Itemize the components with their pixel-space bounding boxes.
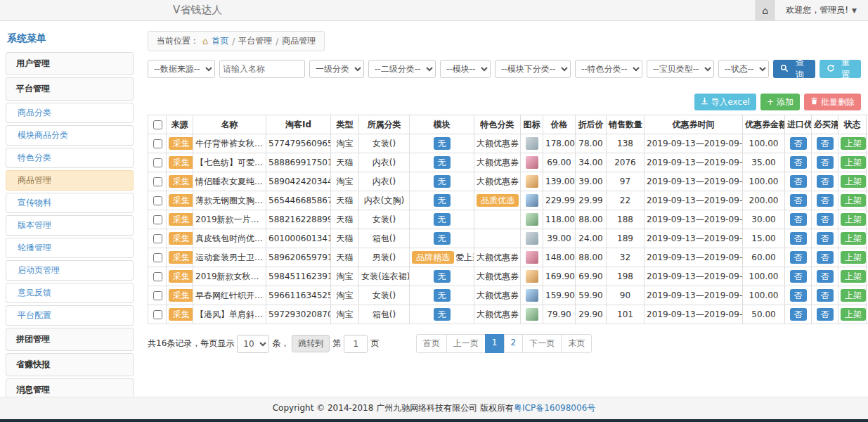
row-checkbox[interactable] (153, 158, 162, 167)
pagination-next[interactable]: 下一页 (522, 334, 562, 353)
row-checkbox[interactable] (153, 291, 162, 300)
reset-button[interactable]: 重置 (820, 60, 862, 78)
product-thumbnail (526, 251, 538, 264)
sidebar-subitem-9[interactable]: 意见反馈 (6, 283, 134, 303)
must-buy-badge[interactable]: 否 (817, 308, 834, 321)
row-checkbox[interactable] (153, 196, 162, 205)
row-checkbox[interactable] (153, 310, 162, 319)
row-checkbox[interactable] (153, 177, 162, 186)
jump-button[interactable]: 跳转到 (292, 335, 330, 352)
pagination-first[interactable]: 首页 (416, 334, 447, 353)
import-select-badge[interactable]: 否 (790, 194, 807, 207)
import-select-badge[interactable]: 否 (790, 251, 807, 264)
search-button-label: 查询 (791, 57, 808, 81)
row-checkbox[interactable] (153, 253, 162, 262)
filter-select-3[interactable]: --二级分类-- (368, 60, 436, 78)
filter-select-7[interactable]: --宝贝类型-- (647, 60, 714, 78)
must-buy-badge[interactable]: 否 (817, 289, 834, 302)
status-badge[interactable]: 上架 (841, 137, 866, 150)
must-buy-badge[interactable]: 否 (817, 251, 834, 264)
import-select-badge[interactable]: 否 (790, 137, 807, 150)
import-select-badge[interactable]: 否 (790, 289, 807, 302)
must-buy-badge[interactable]: 否 (817, 175, 834, 188)
import-select-badge[interactable]: 否 (790, 213, 807, 226)
cell-taoke-id: 589042420344 (266, 172, 331, 191)
sidebar-item-platform-management[interactable]: 平台管理 (6, 77, 134, 101)
row-checkbox[interactable] (153, 234, 162, 243)
cell-source: 采集 (167, 191, 193, 210)
import-select-badge[interactable]: 否 (790, 308, 807, 321)
batch-delete-button[interactable]: 批量删除 (804, 94, 861, 110)
icp-link[interactable]: 粤ICP备16098006号 (514, 402, 595, 414)
must-buy-badge[interactable]: 否 (817, 137, 834, 150)
cell-status: 上架 (838, 305, 867, 324)
cell-import-select: 否 (785, 172, 812, 191)
records-after-select: 条， (272, 338, 289, 350)
sidebar-subitem-1[interactable]: 商品分类 (6, 103, 134, 123)
home-button[interactable]: ⌂ (756, 0, 775, 20)
status-badge[interactable]: 上架 (841, 289, 866, 302)
import-excel-button[interactable]: 导入excel (694, 94, 756, 110)
must-buy-badge[interactable]: 否 (817, 194, 834, 207)
status-badge[interactable]: 上架 (841, 232, 866, 245)
import-select-badge[interactable]: 否 (790, 156, 807, 169)
cell-sales-count: 32 (607, 248, 644, 267)
module-label: 爱上运动 (455, 252, 474, 262)
sidebar-subitem-7[interactable]: 轮播管理 (6, 238, 134, 258)
cell-taoke-id: 577479560965 (266, 134, 331, 153)
sidebar-item-user-management[interactable]: 用户管理 (6, 52, 134, 75)
sidebar-subitem-4[interactable]: 商品管理 (6, 170, 134, 191)
name-search-input[interactable] (219, 60, 305, 78)
sidebar-subitem-5[interactable]: 宣传物料 (6, 193, 134, 213)
status-badge[interactable]: 上架 (841, 308, 866, 321)
sidebar-subitem-3[interactable]: 特色分类 (6, 148, 134, 168)
must-buy-badge[interactable]: 否 (817, 232, 834, 245)
cell-modules: 无 (410, 229, 474, 248)
status-badge[interactable]: 上架 (841, 175, 866, 188)
user-menu[interactable]: 欢迎您，管理员! ▼ (775, 0, 868, 20)
filter-select-1[interactable]: --数据来源-- (148, 60, 215, 78)
search-button[interactable]: 查询 (773, 60, 815, 78)
must-buy-badge[interactable]: 否 (817, 213, 834, 226)
sidebar-subitem-2[interactable]: 模块商品分类 (6, 125, 134, 146)
sidebar-subitem-6[interactable]: 版本管理 (6, 215, 134, 236)
sidebar-item-bottom-2[interactable]: 省赚快报 (6, 353, 134, 376)
filter-select-4[interactable]: --模块-- (440, 60, 491, 78)
import-select-badge[interactable]: 否 (790, 270, 807, 283)
pagination-last[interactable]: 末页 (561, 334, 592, 353)
status-badge[interactable]: 上架 (841, 251, 866, 264)
row-checkbox[interactable] (153, 215, 162, 224)
cell-source: 采集 (167, 305, 193, 324)
select-all-checkbox[interactable] (153, 120, 162, 129)
must-buy-badge[interactable]: 否 (817, 156, 834, 169)
must-buy-badge[interactable]: 否 (817, 270, 834, 283)
import-select-badge[interactable]: 否 (790, 175, 807, 188)
page-number-input[interactable] (344, 335, 368, 353)
table-body: 采集牛仔背带裤女秋装减龄...577479560965淘宝女装()无大额优惠券1… (148, 134, 868, 324)
status-badge[interactable]: 上架 (841, 213, 866, 226)
import-select-badge[interactable]: 否 (790, 232, 807, 245)
row-checkbox[interactable] (153, 139, 162, 148)
status-badge[interactable]: 上架 (841, 156, 866, 169)
filter-select-6[interactable]: --特色分类-- (575, 60, 642, 78)
filter-select-8[interactable]: --状态-- (718, 60, 769, 78)
cell-feature-category: 大额优惠券 (474, 305, 521, 324)
sidebar-subitem-8[interactable]: 启动页管理 (6, 260, 134, 281)
pagination-page-1[interactable]: 1 (485, 334, 505, 353)
status-badge[interactable]: 上架 (841, 194, 866, 207)
per-page-select[interactable]: 10 (237, 335, 269, 353)
cell-coupon-amount: 30.00 (743, 210, 785, 229)
row-checkbox[interactable] (153, 272, 162, 281)
status-badge[interactable]: 上架 (841, 270, 866, 283)
cell-sales-count: 189 (607, 229, 644, 248)
breadcrumb-home-link[interactable]: 首页 (212, 35, 228, 47)
filter-select-5[interactable]: --模块下分类-- (495, 60, 571, 78)
pagination-page-2[interactable]: 2 (504, 334, 524, 353)
table-toolbar: 导入excel + 添加 批量删除 (148, 94, 861, 110)
filter-select-2[interactable]: 一级分类 (309, 60, 364, 78)
pagination-prev[interactable]: 上一页 (446, 334, 486, 353)
sidebar-item-bottom-1[interactable]: 拼团管理 (6, 328, 134, 351)
table-row: 采集牛仔背带裤女秋装减龄...577479560965淘宝女装()无大额优惠券1… (148, 134, 868, 153)
add-button[interactable]: + 添加 (760, 94, 800, 110)
sidebar-subitem-10[interactable]: 平台配置 (6, 305, 134, 326)
